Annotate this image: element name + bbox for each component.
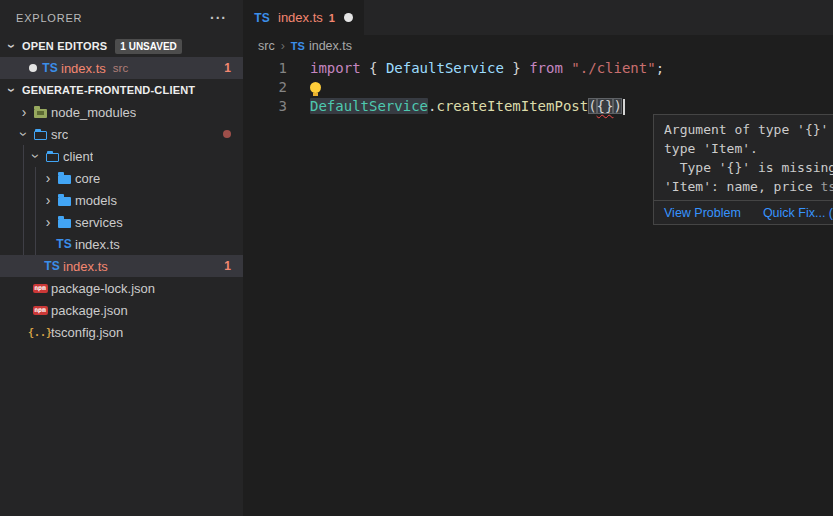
- token-open-paren: (: [588, 98, 596, 114]
- tree-item-package-json[interactable]: › npm package.json: [0, 299, 243, 321]
- tab-filename: index.ts: [278, 10, 323, 25]
- tab-index-ts[interactable]: TS index.ts 1: [243, 0, 364, 35]
- tree-item-models[interactable]: › models: [0, 189, 243, 211]
- chevron-right-icon[interactable]: ›: [40, 214, 56, 230]
- breadcrumb: src › TS index.ts: [243, 35, 833, 57]
- tab-bar: TS index.ts 1: [243, 0, 833, 35]
- error-count-badge: 1: [224, 259, 231, 273]
- token-import-binding: DefaultService: [386, 60, 504, 76]
- explorer-title: EXPLORER: [16, 12, 82, 24]
- token-error-braces: {}: [597, 98, 614, 114]
- quick-fix-link[interactable]: Quick Fix... (Ctrl+.): [763, 206, 833, 220]
- chevron-down-icon[interactable]: ›: [4, 82, 20, 98]
- open-editors-header[interactable]: › OPEN EDITORS 1 UNSAVED: [0, 35, 243, 57]
- token-service-object: DefaultService: [310, 98, 428, 114]
- tree-item-label: client: [63, 149, 93, 164]
- chevron-right-icon[interactable]: ›: [16, 104, 32, 120]
- code-line-2[interactable]: 2: [243, 78, 833, 97]
- token-punct: }: [504, 60, 529, 76]
- line-number: 2: [243, 78, 307, 97]
- workspace-section-header[interactable]: › GENERATE-FRONTEND-CLIENT: [0, 79, 243, 101]
- editor-group: TS index.ts 1 src › TS index.ts 1 import…: [243, 0, 833, 516]
- breadcrumb-segment-src[interactable]: src: [258, 39, 275, 53]
- tree-item-label: core: [75, 171, 100, 186]
- hover-message-text: 'Item': name, price: [664, 179, 821, 194]
- hover-message-line: type 'Item'.: [664, 139, 833, 158]
- npm-folder-icon: [32, 104, 48, 120]
- explorer-sidebar: EXPLORER ··· › OPEN EDITORS 1 UNSAVED TS…: [0, 0, 243, 516]
- view-problem-link[interactable]: View Problem: [664, 206, 741, 220]
- workspace-name-label: GENERATE-FRONTEND-CLIENT: [22, 84, 195, 96]
- npm-file-icon: npm: [32, 280, 48, 296]
- token-method-call: createItemItemPost: [436, 98, 588, 114]
- tree-item-core[interactable]: › core: [0, 167, 243, 189]
- tree-item-label: src: [51, 127, 68, 142]
- folder-icon: [56, 170, 72, 186]
- typescript-file-icon: TS: [254, 10, 270, 26]
- hover-actions-bar: View Problem Quick Fix... (Ctrl+.): [654, 200, 833, 224]
- error-code-ref: ts(2345): [821, 179, 833, 194]
- code-line-1[interactable]: 1 import { DefaultService } from "./clie…: [243, 59, 833, 78]
- token-punct: {: [369, 60, 386, 76]
- chevron-right-icon[interactable]: ›: [40, 192, 56, 208]
- open-editors-label: OPEN EDITORS: [22, 40, 107, 52]
- file-tree: › node_modules › src › client › core › m…: [0, 101, 243, 343]
- folder-icon: [56, 214, 72, 230]
- tree-item-package-lock-json[interactable]: › npm package-lock.json: [0, 277, 243, 299]
- tab-error-count: 1: [329, 12, 335, 24]
- line-number: 3: [243, 97, 307, 116]
- tree-item-label: tsconfig.json: [51, 325, 123, 340]
- breadcrumb-segment-file[interactable]: index.ts: [309, 39, 352, 53]
- error-count-badge: 1: [224, 61, 231, 75]
- modified-dot-icon: [223, 130, 231, 138]
- unsaved-count-badge: 1 UNSAVED: [115, 39, 182, 54]
- tsconfig-file-icon: {..}: [32, 324, 48, 340]
- tree-item-services[interactable]: › services: [0, 211, 243, 233]
- unsaved-dot-icon[interactable]: [344, 13, 353, 22]
- chevron-right-icon[interactable]: ›: [40, 170, 56, 186]
- typescript-file-icon: TS: [56, 236, 72, 252]
- hover-message-line: 'Item': name, price ts(2345): [664, 177, 833, 196]
- token-close-paren: ): [613, 98, 621, 114]
- chevron-down-icon[interactable]: ›: [4, 38, 20, 54]
- hover-message-line: Type '{}' is missing the following prope…: [664, 158, 833, 177]
- folder-open-icon: [44, 148, 60, 164]
- tree-item-label: package.json: [51, 303, 128, 318]
- open-editor-item-index-ts[interactable]: TS index.ts src 1: [0, 57, 243, 79]
- tree-item-label: node_modules: [51, 105, 136, 120]
- hover-message-line: Argument of type '{}' is not assignable …: [664, 120, 833, 139]
- tree-item-tsconfig-json[interactable]: › {..} tsconfig.json: [0, 321, 243, 343]
- tree-item-client-index-ts[interactable]: › TS index.ts: [0, 233, 243, 255]
- tree-item-label: models: [75, 193, 117, 208]
- token-string: "./client": [571, 60, 655, 76]
- token-keyword: import: [310, 60, 369, 76]
- error-hover-widget: Argument of type '{}' is not assignable …: [653, 114, 833, 225]
- tree-item-label: index.ts: [63, 259, 108, 274]
- tree-item-src-index-ts[interactable]: › TS index.ts 1: [0, 255, 243, 277]
- folder-open-icon: [32, 126, 48, 142]
- line-number: 1: [243, 59, 307, 78]
- chevron-down-icon[interactable]: ›: [16, 126, 32, 142]
- token-keyword: from: [529, 60, 571, 76]
- tree-item-client[interactable]: › client: [0, 145, 243, 167]
- tree-item-label: index.ts: [75, 237, 120, 252]
- code-area[interactable]: 1 import { DefaultService } from "./clie…: [243, 57, 833, 116]
- chevron-down-icon[interactable]: ›: [28, 148, 44, 164]
- folder-icon: [56, 192, 72, 208]
- typescript-file-icon: TS: [44, 258, 60, 274]
- text-cursor: [623, 99, 625, 115]
- open-editor-description: src: [113, 62, 128, 74]
- hover-message: Argument of type '{}' is not assignable …: [654, 115, 833, 200]
- unsaved-dot-icon[interactable]: [29, 64, 37, 72]
- token-punct: ;: [656, 60, 664, 76]
- typescript-file-icon: TS: [291, 40, 305, 52]
- tree-item-label: services: [75, 215, 123, 230]
- tree-item-src[interactable]: › src: [0, 123, 243, 145]
- npm-file-icon: npm: [32, 302, 48, 318]
- sidebar-header: EXPLORER ···: [0, 0, 243, 35]
- tree-item-node-modules[interactable]: › node_modules: [0, 101, 243, 123]
- breadcrumb-separator-icon: ›: [281, 39, 285, 53]
- more-actions-icon[interactable]: ···: [210, 10, 227, 26]
- lightbulb-icon[interactable]: [310, 82, 321, 93]
- open-editor-filename: index.ts: [61, 61, 106, 76]
